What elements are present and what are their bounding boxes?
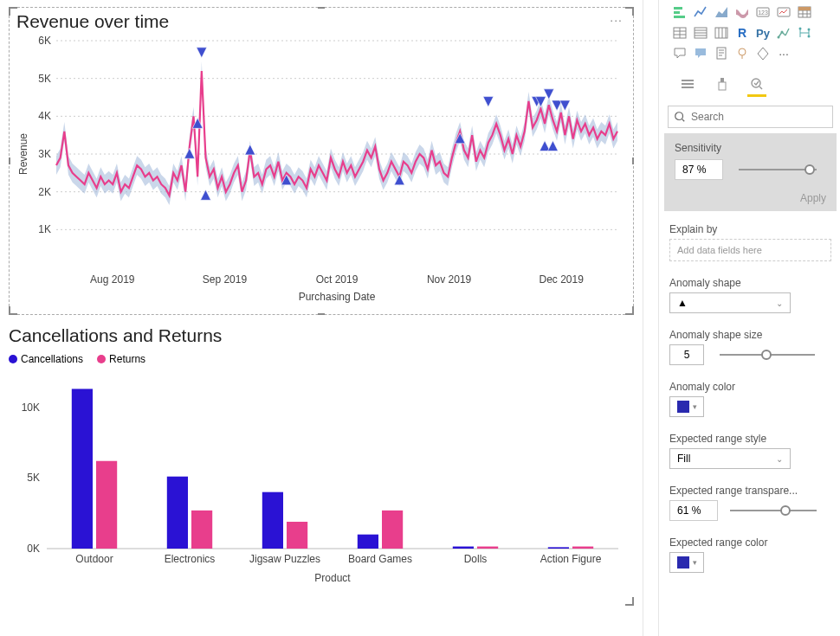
- resize-handle[interactable]: [625, 597, 634, 606]
- viz-powerapps-icon[interactable]: [754, 45, 772, 62]
- explain-by-dropzone[interactable]: Add data fields here: [669, 239, 831, 261]
- svg-rect-61: [682, 80, 694, 81]
- svg-text:4K: 4K: [38, 110, 51, 122]
- svg-text:Electronics: Electronics: [165, 553, 216, 565]
- resize-handle[interactable]: [318, 313, 325, 315]
- legend-swatch: [97, 355, 106, 363]
- sensitivity-label: Sensitivity: [675, 142, 826, 154]
- svg-rect-43: [674, 7, 682, 10]
- expected-transp-slider[interactable]: [730, 510, 817, 511]
- format-tab[interactable]: [713, 74, 732, 93]
- viz-line-icon[interactable]: [692, 3, 709, 21]
- chart-title: Cancellations and Returns: [9, 325, 634, 346]
- anomaly-size-input[interactable]: [669, 344, 704, 365]
- apply-button[interactable]: Apply: [675, 192, 826, 204]
- svg-rect-48: [778, 8, 790, 16]
- anomaly-shape-select[interactable]: ▲⌄: [669, 292, 791, 313]
- anomaly-color-picker[interactable]: ▾: [669, 396, 704, 417]
- svg-point-67: [675, 112, 683, 120]
- viz-decomp-icon[interactable]: [796, 24, 813, 42]
- svg-text:Dec 2019: Dec 2019: [540, 273, 585, 286]
- viz-paginated-icon[interactable]: [713, 45, 730, 62]
- svg-rect-25: [96, 461, 117, 549]
- resize-handle[interactable]: [625, 306, 634, 315]
- sensitivity-slider[interactable]: [739, 169, 817, 170]
- sensitivity-value[interactable]: 87 %: [675, 159, 723, 180]
- legend: Cancellations Returns: [9, 353, 634, 365]
- resize-handle[interactable]: [9, 157, 10, 164]
- viz-table2-icon[interactable]: [692, 24, 709, 42]
- svg-text:123: 123: [758, 10, 768, 16]
- anomaly-shape-label: Anomaly shape: [669, 277, 831, 289]
- svg-text:Jigsaw Puzzles: Jigsaw Puzzles: [249, 553, 320, 565]
- svg-rect-40: [572, 547, 593, 549]
- viz-kpi-icon[interactable]: [775, 3, 792, 21]
- svg-text:Action Figure: Action Figure: [540, 553, 602, 565]
- search-box[interactable]: [668, 106, 833, 128]
- svg-rect-44: [674, 11, 680, 14]
- svg-text:1K: 1K: [38, 223, 51, 235]
- viz-key-influencers-icon[interactable]: [775, 24, 792, 42]
- svg-text:6K: 6K: [38, 35, 51, 47]
- viz-card-icon[interactable]: 123: [754, 3, 772, 21]
- search-input[interactable]: [691, 111, 827, 123]
- viz-area-icon[interactable]: [713, 3, 730, 21]
- resize-handle[interactable]: [9, 7, 17, 16]
- expected-transp-value[interactable]: 61 %: [669, 500, 718, 521]
- svg-rect-50: [798, 7, 811, 10]
- resize-handle[interactable]: [9, 306, 17, 315]
- svg-text:Board Games: Board Games: [348, 553, 412, 565]
- analytics-tab[interactable]: [747, 74, 766, 93]
- search-icon: [674, 111, 686, 123]
- svg-text:5K: 5K: [38, 73, 51, 85]
- bar-chart: 0K5K10KOutdoorElectronicsJigsaw PuzzlesB…: [9, 374, 627, 587]
- resize-handle[interactable]: [318, 7, 325, 9]
- anomaly-size-label: Anomaly shape size: [669, 329, 831, 341]
- svg-text:Outdoor: Outdoor: [75, 553, 113, 565]
- svg-rect-31: [287, 522, 307, 549]
- svg-point-54: [778, 36, 780, 39]
- collapsed-pane[interactable]: [643, 0, 658, 636]
- svg-rect-65: [719, 82, 726, 90]
- svg-rect-30: [262, 492, 283, 549]
- anomaly-size-slider[interactable]: [720, 354, 815, 356]
- svg-rect-34: [382, 511, 403, 549]
- svg-point-56: [799, 28, 802, 30]
- sensitivity-card: Sensitivity 87 % Apply: [664, 133, 837, 211]
- cancellations-chart-visual[interactable]: Cancellations and Returns Cancellations …: [9, 325, 634, 606]
- svg-rect-24: [72, 389, 93, 549]
- svg-text:10K: 10K: [22, 402, 40, 414]
- expected-style-select[interactable]: Fill⌄: [669, 448, 791, 469]
- revenue-chart-visual[interactable]: Revenue over time ··· 1K2K3K4K5K6KAug 20…: [9, 7, 634, 315]
- svg-rect-64: [720, 78, 724, 82]
- svg-rect-62: [682, 83, 694, 85]
- viz-ribbon-icon[interactable]: [733, 3, 751, 21]
- viz-table-icon[interactable]: [796, 3, 813, 21]
- viz-qa-icon[interactable]: [671, 45, 688, 62]
- viz-stacked-bar-icon[interactable]: [671, 3, 688, 21]
- svg-text:Nov 2019: Nov 2019: [427, 273, 472, 286]
- svg-text:Purchasing Date: Purchasing Date: [299, 291, 376, 303]
- expected-color-picker[interactable]: ▾: [669, 552, 704, 573]
- svg-point-57: [808, 29, 811, 31]
- svg-text:3K: 3K: [38, 148, 51, 160]
- chevron-down-icon: ⌄: [776, 454, 783, 464]
- svg-text:5K: 5K: [27, 472, 40, 484]
- viz-matrix-icon[interactable]: [671, 24, 688, 42]
- viz-type-palette: 123 R Py ···: [659, 0, 840, 71]
- fields-tab[interactable]: [678, 74, 697, 93]
- svg-rect-63: [682, 87, 694, 88]
- viz-python-icon[interactable]: Py: [754, 24, 772, 42]
- resize-handle[interactable]: [625, 7, 634, 16]
- viz-table3-icon[interactable]: [713, 24, 730, 42]
- svg-rect-33: [358, 535, 378, 549]
- svg-rect-36: [453, 547, 474, 549]
- viz-more-icon[interactable]: ···: [775, 45, 792, 62]
- svg-rect-37: [477, 547, 498, 549]
- more-icon[interactable]: ···: [610, 13, 623, 27]
- viz-narrative-icon[interactable]: [692, 45, 709, 62]
- viz-r-icon[interactable]: R: [733, 24, 751, 42]
- svg-rect-28: [191, 511, 212, 549]
- viz-arcgis-icon[interactable]: [733, 45, 751, 62]
- resize-handle[interactable]: [632, 157, 634, 164]
